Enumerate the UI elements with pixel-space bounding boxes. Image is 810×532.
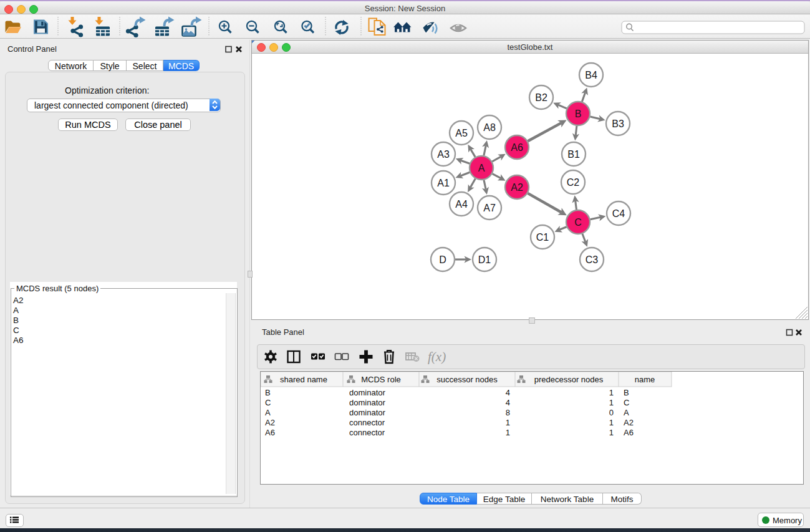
- svg-text:C: C: [624, 398, 629, 407]
- svg-text:A5: A5: [455, 128, 468, 138]
- svg-text:A2: A2: [265, 418, 275, 427]
- svg-text:MCDS role: MCDS role: [361, 375, 401, 384]
- svg-text:A6: A6: [511, 142, 523, 153]
- svg-text:A2: A2: [511, 182, 523, 193]
- svg-text:predecessor nodes: predecessor nodes: [534, 375, 604, 384]
- svg-text:B2: B2: [535, 92, 547, 103]
- svg-text:4: 4: [506, 388, 510, 397]
- svg-text:name: name: [635, 375, 655, 384]
- svg-text:1: 1: [506, 428, 510, 437]
- svg-text:A8: A8: [483, 122, 496, 133]
- svg-text:successor nodes: successor nodes: [436, 375, 498, 384]
- svg-text:0: 0: [609, 408, 614, 417]
- svg-text:A: A: [478, 163, 485, 173]
- svg-text:A1: A1: [437, 178, 450, 188]
- svg-text:1: 1: [609, 418, 614, 427]
- svg-text:A7: A7: [483, 203, 496, 213]
- svg-text:B1: B1: [567, 149, 580, 160]
- svg-text:C4: C4: [612, 208, 625, 219]
- svg-text:4: 4: [506, 398, 510, 407]
- svg-text:C2: C2: [567, 177, 580, 188]
- svg-text:A4: A4: [455, 199, 468, 210]
- svg-text:connector: connector: [349, 418, 385, 427]
- svg-text:1: 1: [609, 428, 614, 437]
- svg-text:B: B: [624, 388, 629, 397]
- svg-text:B4: B4: [585, 70, 597, 80]
- svg-text:shared name: shared name: [280, 375, 327, 384]
- svg-text:C1: C1: [536, 232, 549, 243]
- svg-text:f(x): f(x): [428, 349, 446, 364]
- svg-text:dominator: dominator: [349, 398, 385, 407]
- svg-text:C: C: [574, 217, 582, 228]
- svg-text:B: B: [265, 388, 271, 397]
- svg-text:B: B: [575, 109, 582, 119]
- svg-text:A: A: [624, 408, 629, 417]
- svg-text:B3: B3: [612, 118, 624, 129]
- svg-text:D1: D1: [478, 254, 491, 265]
- svg-text:A6: A6: [624, 428, 634, 437]
- svg-text:1: 1: [609, 398, 614, 407]
- svg-text:A6: A6: [265, 428, 275, 437]
- svg-text:connector: connector: [349, 428, 385, 437]
- svg-text:C3: C3: [586, 254, 599, 265]
- svg-text:1: 1: [609, 388, 614, 397]
- svg-text:A2: A2: [624, 418, 634, 427]
- svg-text:D: D: [439, 254, 446, 265]
- svg-text:C: C: [265, 398, 271, 407]
- svg-text:A: A: [265, 408, 271, 417]
- svg-text:A3: A3: [437, 149, 450, 160]
- svg-text:dominator: dominator: [349, 388, 385, 397]
- svg-text:1: 1: [506, 418, 510, 427]
- svg-text:dominator: dominator: [349, 408, 385, 417]
- svg-text:8: 8: [506, 408, 510, 417]
